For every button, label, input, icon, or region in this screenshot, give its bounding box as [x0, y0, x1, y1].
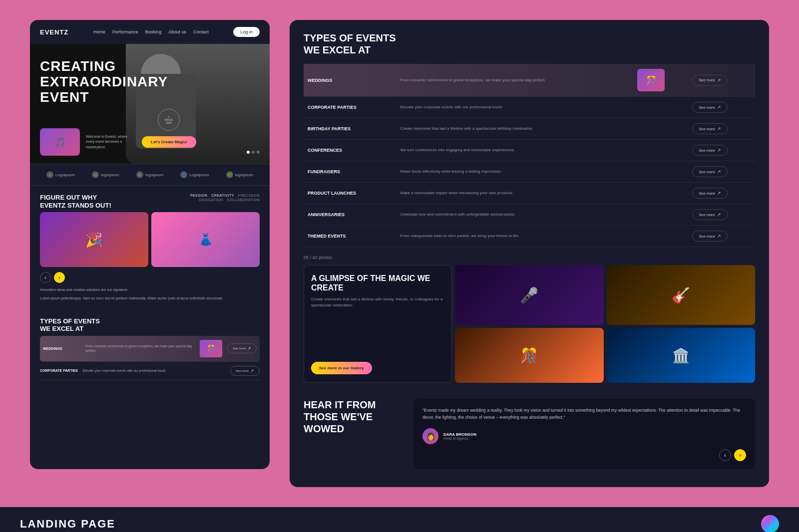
- events-right-section: TYPES OF EVENTS WE EXCEL AT WEDDINGS Fro…: [290, 20, 769, 255]
- nav-logo: EVENTZ: [40, 28, 68, 36]
- logo-icon-4: 👤: [180, 171, 187, 178]
- hero-cta-button[interactable]: Let's Create Magic!: [142, 136, 196, 148]
- hero-since: ⊕ SINCE 2005: [158, 109, 180, 131]
- testimonial-heading: HEAR IT FROM THOSE WE'VE WOWED: [304, 399, 403, 435]
- testimonial-card: "Eventz made my dream wedding a reality.…: [413, 399, 755, 469]
- testimonial-nav: ‹ ›: [422, 449, 746, 461]
- tags-row: PASSION CREATIVITY PRECISION DEDICATION …: [190, 194, 260, 202]
- table-row-birthday[interactable]: BIRTHDAY PARTIES Create memories that la…: [304, 118, 755, 140]
- logos-row: ⊙ Logoipsum G logoipsum ⊘ logoipsum 👤 Lo…: [30, 164, 270, 186]
- nav-link-performance[interactable]: Performance: [112, 29, 138, 34]
- gallery-counter: 05 / 42 photos: [304, 255, 755, 260]
- gallery-cta-button[interactable]: See more in our Gallery: [311, 362, 372, 374]
- hero-description: Welcome to Eventz, where every event bec…: [86, 134, 136, 150]
- events-left-section: TYPES OF EVENTS WE EXCEL AT WEDDINGS Fro…: [30, 311, 270, 380]
- tag-dedication[interactable]: DEDICATION: [199, 198, 223, 202]
- left-panel: EVENTZ Home Performance Booking About us…: [30, 20, 270, 469]
- logo-1: ⊙ Logoipsum: [46, 171, 75, 178]
- hero-section: CREATING EXTRAORDINARY EVENT ⊕ SINCE 200…: [30, 44, 270, 164]
- et-btn-conferences[interactable]: See more ↗: [692, 145, 728, 156]
- testimonial-role: Head of Agency: [443, 437, 476, 440]
- gallery-overlay-title: A GLIMPSE OF THE MAGIC WE CREATE: [311, 273, 444, 292]
- logo-3: ⊘ logoipsum: [136, 171, 163, 178]
- table-row-product[interactable]: PRODUCT LAUNCHES Make a memorable impact…: [304, 183, 755, 204]
- hero-dot-2[interactable]: [252, 151, 255, 154]
- testimonial-prev-button[interactable]: ‹: [719, 449, 731, 461]
- bottom-label: LANDING PAGE: [20, 518, 115, 531]
- tag-passion[interactable]: PASSION: [190, 194, 207, 197]
- gallery-overlay-desc: Create memories that last a lifetime wit…: [311, 296, 444, 308]
- right-panel: TYPES OF EVENTS WE EXCEL AT WEDDINGS Fro…: [290, 20, 769, 487]
- logo-2: G logoipsum: [92, 171, 119, 178]
- hero-title: CREATING EXTRAORDINARY EVENT: [40, 59, 168, 105]
- hero-text: CREATING EXTRAORDINARY EVENT: [40, 59, 168, 105]
- event-left-corporate[interactable]: CORPORATE PARTIES Elevate your corporate…: [40, 362, 260, 380]
- login-button[interactable]: Log in: [233, 27, 260, 37]
- bottom-bar: LANDING PAGE: [0, 507, 799, 532]
- tag-precision[interactable]: PRECISION: [238, 194, 260, 197]
- events-right-title: TYPES OF EVENTS WE EXCEL AT: [304, 32, 755, 56]
- table-row-anniversaries[interactable]: ANNIVERSARIES Celebrate love and commitm…: [304, 204, 755, 226]
- testimonial-name: DARA BRONSON: [443, 432, 476, 437]
- testimonial-avatar: 👩: [422, 428, 438, 444]
- gallery-item-venue[interactable]: 🏛️: [607, 328, 755, 383]
- carousel-prev[interactable]: ‹: [40, 272, 51, 283]
- logo-icon-3: ⊘: [136, 171, 143, 178]
- testimonial-section: HEAR IT FROM THOSE WE'VE WOWED "Eventz m…: [290, 391, 769, 477]
- testimonial-person: 👩 DARA BRONSON Head of Agency: [422, 428, 746, 444]
- hero-bottom: Welcome to Eventz, where every event bec…: [40, 128, 196, 156]
- et-btn-fundraisers[interactable]: See more ↗: [692, 166, 728, 177]
- logo-5: 🌿 logoipsum: [226, 171, 253, 178]
- tag-creativity[interactable]: CREATIVITY: [211, 194, 234, 197]
- et-img-wedding: 🎊: [637, 69, 665, 91]
- event-img-wedding: 🎊: [200, 340, 222, 357]
- logo-icon-5: 🌿: [226, 171, 233, 178]
- et-btn-corporate[interactable]: See more ↗: [692, 102, 728, 113]
- testimonial-left: HEAR IT FROM THOSE WE'VE WOWED: [304, 399, 403, 435]
- event-seemore-corporate[interactable]: See more ↗: [230, 366, 260, 376]
- gallery-item-guitar[interactable]: 🎸: [607, 265, 755, 325]
- stands-out-images: [40, 212, 260, 267]
- logo-icon-1: ⊙: [46, 171, 53, 178]
- hero-dot-1[interactable]: [247, 151, 250, 154]
- testimonial-next-button[interactable]: ›: [734, 449, 746, 461]
- event-seemore-wedding[interactable]: See more ↗: [227, 343, 257, 353]
- et-btn-weddings[interactable]: See more ↗: [692, 75, 728, 86]
- navbar: EVENTZ Home Performance Booking About us…: [30, 20, 270, 44]
- stands-out-section: FIGURE OUT WHY EVENTZ STANDS OUT! PASSIO…: [30, 186, 270, 311]
- event-left-wedding[interactable]: WEDDINGS From romantic ceremonies to gra…: [40, 336, 260, 362]
- gallery-item-party[interactable]: 🎊: [455, 328, 603, 383]
- et-btn-anniversaries[interactable]: See more ↗: [692, 209, 728, 220]
- nav-link-home[interactable]: Home: [93, 29, 105, 34]
- stands-out-title: FIGURE OUT WHY EVENTZ STANDS OUT!: [40, 194, 111, 209]
- gallery-section: 05 / 42 photos A GLIMPSE OF THE MAGIC WE…: [290, 255, 769, 391]
- nav-link-booking[interactable]: Booking: [145, 29, 162, 34]
- table-row-weddings[interactable]: WEDDINGS From romantic ceremonies to gra…: [304, 64, 755, 97]
- tag-collaboration[interactable]: COLLABORATION: [227, 198, 260, 202]
- table-row-corporate[interactable]: CORPORATE PARTIES Elevate your corporate…: [304, 97, 755, 118]
- table-row-themed[interactable]: THEMED EVENTS From masquerade balls to r…: [304, 226, 755, 247]
- et-btn-product[interactable]: See more ↗: [692, 188, 728, 199]
- logo-icon-2: G: [92, 171, 99, 178]
- testimonial-quote: "Eventz made my dream wedding a reality.…: [422, 407, 746, 421]
- hero-thumb-image: [40, 128, 80, 156]
- table-row-conferences[interactable]: CONFERENCES We turn conferences into eng…: [304, 140, 755, 161]
- hero-dots: [247, 151, 260, 154]
- stands-out-desc-short: Innovative ideas and creative solutions …: [40, 287, 260, 292]
- events-left-title: TYPES OF EVENTS WE EXCEL AT: [40, 317, 260, 333]
- et-btn-themed[interactable]: See more ↗: [692, 231, 728, 242]
- carousel-nav: ‹ ›: [40, 272, 260, 283]
- nav-link-about[interactable]: About us: [168, 29, 186, 34]
- hero-dot-3[interactable]: [257, 151, 260, 154]
- et-btn-birthday[interactable]: See more ↗: [692, 123, 728, 134]
- carousel-next[interactable]: ›: [54, 272, 65, 283]
- hero-thumbnail: [40, 128, 80, 156]
- gallery-item-concert[interactable]: 🎤: [455, 265, 603, 325]
- nav-link-contact[interactable]: Contact: [193, 29, 209, 34]
- events-table: WEDDINGS From romantic ceremonies to gra…: [304, 64, 755, 247]
- table-row-fundraisers[interactable]: FUNDRAISERS Raise funds effectively whil…: [304, 161, 755, 183]
- figma-icon: [761, 515, 779, 532]
- stands-out-image-2: [151, 212, 260, 267]
- logo-4: 👤 Logoipsum: [180, 171, 209, 178]
- gallery-overlay: A GLIMPSE OF THE MAGIC WE CREATE Create …: [304, 265, 452, 383]
